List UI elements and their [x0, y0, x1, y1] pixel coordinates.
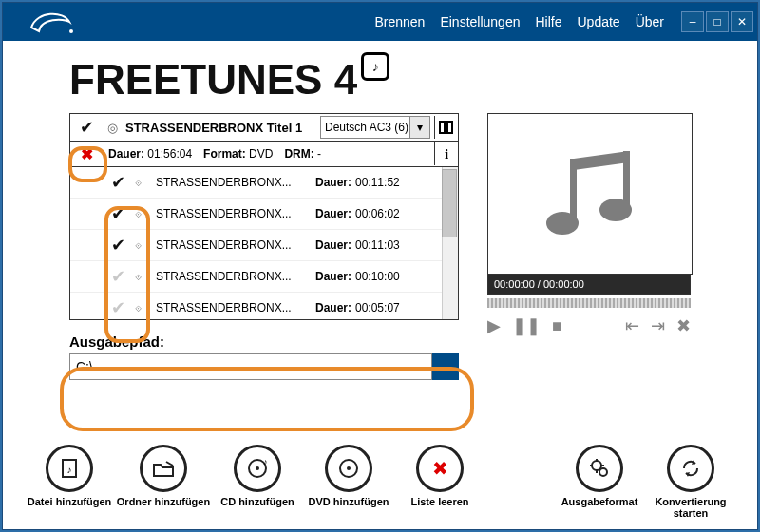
- columns-button[interactable]: [434, 116, 458, 139]
- svg-point-5: [546, 212, 579, 235]
- output-path-input[interactable]: C:\: [69, 353, 432, 380]
- clear-icon: ✖: [416, 445, 464, 492]
- track-checkbox[interactable]: ✔: [70, 203, 135, 224]
- window-controls: – □ ✕: [679, 11, 753, 32]
- audio-track-select[interactable]: Deutsch AC3 (6) ▾: [320, 116, 430, 139]
- dvd-icon: [325, 445, 372, 492]
- add-folder-button[interactable]: Ordner hinzufügen: [115, 445, 212, 508]
- audio-track-value: Deutsch AC3 (6): [325, 121, 408, 134]
- file-music-icon: ♪: [46, 445, 93, 492]
- svg-point-10: [256, 466, 259, 470]
- select-all-checkbox[interactable]: ✔: [70, 117, 103, 138]
- clear-marks-button[interactable]: ✖: [676, 315, 691, 336]
- menu-hilfe[interactable]: Hilfe: [527, 14, 569, 29]
- duration-label: Dauer:: [315, 301, 355, 314]
- bottom-toolbar: ♪ Datei hinzufügen Ordner hinzufügen ♪ C…: [3, 445, 757, 520]
- menu-brennen[interactable]: Brennen: [367, 14, 432, 29]
- track-checkbox[interactable]: ✔: [70, 297, 135, 318]
- tag-icon: ⟐: [135, 207, 156, 220]
- source-header: ✔ ◎ STRASSENDERBRONX Titel 1 Deutsch AC3…: [69, 113, 459, 142]
- mark-in-button[interactable]: ⇤: [625, 315, 639, 336]
- info-button[interactable]: i: [434, 142, 458, 165]
- maximize-button[interactable]: □: [706, 11, 729, 32]
- refresh-icon: [667, 445, 714, 492]
- menu-update[interactable]: Update: [569, 14, 627, 29]
- seek-bar[interactable]: [487, 298, 691, 308]
- output-format-button[interactable]: Ausgabeformat: [554, 445, 645, 508]
- menubar: Brennen Einstellungen Hilfe Update Über: [367, 14, 672, 29]
- vendor-logo: [7, 3, 94, 41]
- track-name: STRASSENDERBRONX...: [156, 238, 315, 252]
- drm-cell: DRM: -: [278, 147, 327, 161]
- tag-icon: ⟐: [135, 270, 156, 283]
- svg-point-6: [599, 199, 632, 221]
- track-name: STRASSENDERBRONX...: [156, 207, 315, 220]
- track-checkbox[interactable]: ✔: [70, 266, 135, 287]
- track-row[interactable]: ✔ ⟐ STRASSENDERBRONX... Dauer: 00:11:03: [70, 230, 458, 261]
- track-scrollbar[interactable]: [442, 167, 458, 319]
- tool-label: Datei hinzufügen: [28, 496, 112, 508]
- gear-icon: [576, 445, 623, 492]
- svg-rect-1: [440, 122, 445, 133]
- duration-label: Dauer:: [315, 207, 355, 220]
- svg-point-0: [69, 29, 73, 33]
- svg-rect-3: [570, 159, 577, 221]
- track-row[interactable]: ✔ ⟐ STRASSENDERBRONX... Dauer: 00:06:02: [70, 199, 458, 230]
- tool-label: Ordner hinzufügen: [117, 496, 210, 508]
- menu-uber[interactable]: Über: [628, 14, 672, 29]
- tool-label: CD hinzufügen: [220, 496, 294, 508]
- duration-label: Dauer:: [315, 270, 355, 283]
- stop-button[interactable]: ■: [552, 316, 562, 336]
- source-list: ✔ ◎ STRASSENDERBRONX Titel 1 Deutsch AC3…: [69, 113, 459, 380]
- app-title: FREETUNES 4 ♪: [69, 56, 729, 104]
- add-dvd-button[interactable]: DVD hinzufügen: [303, 445, 394, 508]
- disc-icon: ◎: [103, 121, 122, 135]
- track-list: ✔ ⟐ STRASSENDERBRONX... Dauer: 00:11:52 …: [69, 167, 459, 320]
- duration-cell: Dauer: 01:56:04: [103, 147, 198, 161]
- output-path-label: Ausgabepfad:: [69, 333, 459, 350]
- add-cd-button[interactable]: ♪ CD hinzufügen: [212, 445, 303, 508]
- duration-label: Dauer:: [315, 176, 355, 189]
- svg-text:♪: ♪: [263, 457, 268, 466]
- pause-button[interactable]: ❚❚: [512, 315, 541, 336]
- player-controls: ▶ ❚❚ ■ ⇤ ⇥ ✖: [487, 315, 691, 336]
- tag-icon: ⟐: [135, 176, 156, 189]
- remove-source-button[interactable]: ✖: [70, 145, 103, 163]
- tool-label: DVD hinzufügen: [309, 496, 390, 508]
- svg-point-13: [347, 466, 351, 470]
- time-display: 00:00:00 / 00:00:00: [487, 275, 691, 294]
- browse-button[interactable]: ...: [432, 353, 459, 380]
- track-checkbox[interactable]: ✔: [70, 235, 135, 256]
- track-row[interactable]: ✔ ⟐ STRASSENDERBRONX... Dauer: 00:11:52: [70, 167, 458, 199]
- menu-einstellungen[interactable]: Einstellungen: [432, 14, 527, 29]
- mark-out-button[interactable]: ⇥: [651, 315, 665, 336]
- tool-label: Konvertierung starten: [655, 496, 726, 520]
- folder-icon: [140, 445, 187, 492]
- svg-text:♪: ♪: [67, 465, 72, 475]
- track-row[interactable]: ✔ ⟐ STRASSENDERBRONX... Dauer: 00:05:07: [70, 293, 458, 320]
- svg-rect-2: [447, 122, 452, 133]
- music-placeholder-icon: [528, 142, 652, 246]
- track-checkbox[interactable]: ✔: [70, 172, 135, 193]
- play-button[interactable]: ▶: [487, 315, 501, 336]
- titlebar: Brennen Einstellungen Hilfe Update Über …: [3, 3, 757, 41]
- minimize-button[interactable]: –: [681, 11, 704, 32]
- tool-label: Liste leeren: [410, 496, 468, 508]
- clear-list-button[interactable]: ✖ Liste leeren: [394, 445, 485, 508]
- track-duration: 00:10:00: [355, 270, 400, 283]
- source-title: STRASSENDERBRONX Titel 1: [122, 121, 320, 135]
- close-button[interactable]: ✕: [731, 11, 753, 32]
- start-conversion-button[interactable]: Konvertierung starten: [645, 445, 736, 520]
- track-row[interactable]: ✔ ⟐ STRASSENDERBRONX... Dauer: 00:10:00: [70, 261, 458, 293]
- track-name: STRASSENDERBRONX...: [156, 301, 315, 314]
- add-file-button[interactable]: ♪ Datei hinzufügen: [24, 445, 115, 508]
- track-duration: 00:11:52: [355, 176, 400, 189]
- track-duration: 00:05:07: [355, 301, 400, 314]
- cd-icon: ♪: [234, 445, 281, 492]
- format-cell: Format: DVD: [198, 147, 278, 161]
- app-window: Brennen Einstellungen Hilfe Update Über …: [3, 3, 757, 529]
- track-duration: 00:11:03: [355, 238, 400, 252]
- tag-icon: ⟐: [135, 301, 156, 314]
- tag-icon: ⟐: [135, 238, 156, 252]
- svg-rect-4: [623, 151, 630, 208]
